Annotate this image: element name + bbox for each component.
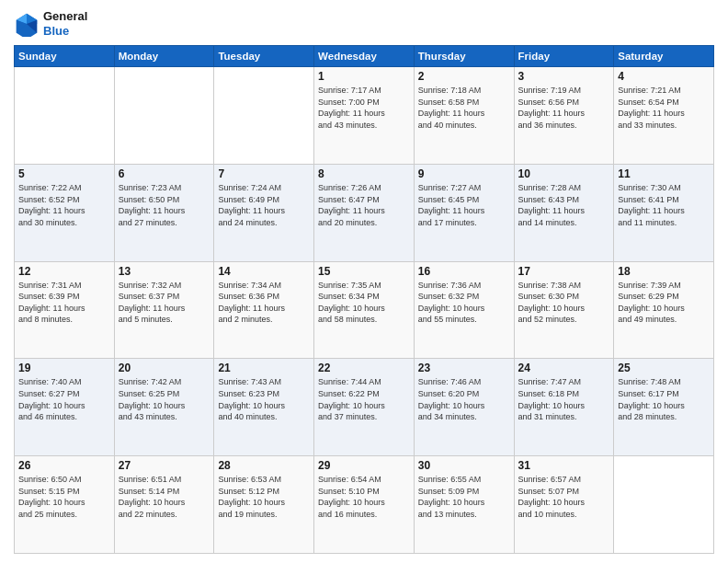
day-number: 23 bbox=[418, 362, 510, 374]
day-info: Sunrise: 7:42 AM Sunset: 6:25 PM Dayligh… bbox=[119, 376, 210, 422]
day-info: Sunrise: 7:30 AM Sunset: 6:41 PM Dayligh… bbox=[618, 182, 710, 228]
weekday-header-row: SundayMondayTuesdayWednesdayThursdayFrid… bbox=[15, 46, 714, 67]
day-info: Sunrise: 7:43 AM Sunset: 6:23 PM Dayligh… bbox=[218, 376, 310, 422]
day-number: 28 bbox=[218, 459, 310, 472]
day-info: Sunrise: 7:27 AM Sunset: 6:45 PM Dayligh… bbox=[418, 182, 510, 228]
calendar-day-cell: 2Sunrise: 7:18 AM Sunset: 6:58 PM Daylig… bbox=[414, 67, 514, 165]
day-number: 19 bbox=[18, 362, 110, 374]
day-info: Sunrise: 7:39 AM Sunset: 6:29 PM Dayligh… bbox=[618, 280, 710, 326]
weekday-header-cell: Tuesday bbox=[214, 46, 314, 67]
weekday-header-cell: Monday bbox=[114, 46, 214, 67]
day-info: Sunrise: 7:36 AM Sunset: 6:32 PM Dayligh… bbox=[418, 280, 510, 326]
calendar-day-cell: 9Sunrise: 7:27 AM Sunset: 6:45 PM Daylig… bbox=[414, 164, 514, 261]
calendar-day-cell bbox=[614, 456, 714, 554]
calendar-week-row: 26Sunrise: 6:50 AM Sunset: 5:15 PM Dayli… bbox=[15, 456, 714, 554]
calendar-day-cell: 25Sunrise: 7:48 AM Sunset: 6:17 PM Dayli… bbox=[614, 359, 714, 456]
calendar-day-cell: 20Sunrise: 7:42 AM Sunset: 6:25 PM Dayli… bbox=[114, 359, 214, 456]
day-info: Sunrise: 6:53 AM Sunset: 5:12 PM Dayligh… bbox=[218, 474, 310, 520]
day-info: Sunrise: 7:48 AM Sunset: 6:17 PM Dayligh… bbox=[618, 376, 710, 422]
calendar-day-cell: 27Sunrise: 6:51 AM Sunset: 5:14 PM Dayli… bbox=[114, 456, 214, 554]
calendar-day-cell: 29Sunrise: 6:54 AM Sunset: 5:10 PM Dayli… bbox=[314, 456, 415, 554]
day-info: Sunrise: 6:57 AM Sunset: 5:07 PM Dayligh… bbox=[518, 474, 610, 520]
day-info: Sunrise: 7:18 AM Sunset: 6:58 PM Dayligh… bbox=[418, 85, 510, 131]
day-info: Sunrise: 7:31 AM Sunset: 6:39 PM Dayligh… bbox=[18, 280, 110, 326]
day-number: 3 bbox=[518, 70, 610, 83]
day-number: 31 bbox=[518, 459, 610, 472]
calendar-day-cell: 26Sunrise: 6:50 AM Sunset: 5:15 PM Dayli… bbox=[15, 456, 115, 554]
calendar-day-cell: 6Sunrise: 7:23 AM Sunset: 6:50 PM Daylig… bbox=[114, 164, 214, 261]
day-info: Sunrise: 6:50 AM Sunset: 5:15 PM Dayligh… bbox=[18, 474, 110, 520]
calendar-day-cell: 22Sunrise: 7:44 AM Sunset: 6:22 PM Dayli… bbox=[314, 359, 415, 456]
calendar-day-cell bbox=[214, 67, 314, 165]
day-number: 8 bbox=[318, 167, 410, 180]
calendar-day-cell: 18Sunrise: 7:39 AM Sunset: 6:29 PM Dayli… bbox=[614, 261, 714, 359]
calendar-day-cell: 19Sunrise: 7:40 AM Sunset: 6:27 PM Dayli… bbox=[15, 359, 115, 456]
day-info: Sunrise: 7:23 AM Sunset: 6:50 PM Dayligh… bbox=[119, 182, 210, 228]
day-info: Sunrise: 6:55 AM Sunset: 5:09 PM Dayligh… bbox=[418, 474, 510, 520]
weekday-header-cell: Saturday bbox=[614, 46, 714, 67]
day-number: 2 bbox=[418, 70, 510, 83]
weekday-header-cell: Friday bbox=[514, 46, 614, 67]
weekday-header-cell: Thursday bbox=[414, 46, 514, 67]
logo-icon bbox=[14, 11, 40, 37]
calendar-day-cell: 28Sunrise: 6:53 AM Sunset: 5:12 PM Dayli… bbox=[214, 456, 314, 554]
day-info: Sunrise: 7:34 AM Sunset: 6:36 PM Dayligh… bbox=[218, 280, 310, 326]
calendar-week-row: 12Sunrise: 7:31 AM Sunset: 6:39 PM Dayli… bbox=[15, 261, 714, 359]
day-number: 30 bbox=[418, 459, 510, 472]
day-info: Sunrise: 7:21 AM Sunset: 6:54 PM Dayligh… bbox=[618, 85, 710, 131]
calendar-day-cell: 17Sunrise: 7:38 AM Sunset: 6:30 PM Dayli… bbox=[514, 261, 614, 359]
day-number: 25 bbox=[618, 362, 710, 374]
calendar-day-cell: 5Sunrise: 7:22 AM Sunset: 6:52 PM Daylig… bbox=[15, 164, 115, 261]
page: General Blue SundayMondayTuesdayWednesda… bbox=[0, 0, 728, 563]
day-number: 26 bbox=[18, 459, 110, 472]
day-info: Sunrise: 7:17 AM Sunset: 7:00 PM Dayligh… bbox=[318, 85, 410, 131]
day-number: 24 bbox=[518, 362, 610, 374]
weekday-header-cell: Sunday bbox=[15, 46, 115, 67]
day-number: 4 bbox=[618, 70, 710, 83]
calendar-week-row: 1Sunrise: 7:17 AM Sunset: 7:00 PM Daylig… bbox=[15, 67, 714, 165]
calendar-day-cell: 1Sunrise: 7:17 AM Sunset: 7:00 PM Daylig… bbox=[314, 67, 415, 165]
calendar-week-row: 19Sunrise: 7:40 AM Sunset: 6:27 PM Dayli… bbox=[15, 359, 714, 456]
day-number: 21 bbox=[218, 362, 310, 374]
calendar-day-cell: 16Sunrise: 7:36 AM Sunset: 6:32 PM Dayli… bbox=[414, 261, 514, 359]
day-number: 20 bbox=[119, 362, 210, 374]
day-number: 6 bbox=[119, 167, 210, 180]
calendar-day-cell: 13Sunrise: 7:32 AM Sunset: 6:37 PM Dayli… bbox=[114, 261, 214, 359]
calendar-day-cell: 8Sunrise: 7:26 AM Sunset: 6:47 PM Daylig… bbox=[314, 164, 415, 261]
calendar-day-cell: 24Sunrise: 7:47 AM Sunset: 6:18 PM Dayli… bbox=[514, 359, 614, 456]
day-info: Sunrise: 7:40 AM Sunset: 6:27 PM Dayligh… bbox=[18, 376, 110, 422]
calendar-day-cell: 10Sunrise: 7:28 AM Sunset: 6:43 PM Dayli… bbox=[514, 164, 614, 261]
day-info: Sunrise: 6:51 AM Sunset: 5:14 PM Dayligh… bbox=[119, 474, 210, 520]
day-info: Sunrise: 7:19 AM Sunset: 6:56 PM Dayligh… bbox=[518, 85, 610, 131]
calendar-day-cell: 3Sunrise: 7:19 AM Sunset: 6:56 PM Daylig… bbox=[514, 67, 614, 165]
calendar-day-cell bbox=[114, 67, 214, 165]
day-number: 17 bbox=[518, 265, 610, 278]
day-info: Sunrise: 7:35 AM Sunset: 6:34 PM Dayligh… bbox=[318, 280, 410, 326]
day-info: Sunrise: 7:44 AM Sunset: 6:22 PM Dayligh… bbox=[318, 376, 410, 422]
day-number: 22 bbox=[318, 362, 410, 374]
day-number: 15 bbox=[318, 265, 410, 278]
day-number: 29 bbox=[318, 459, 410, 472]
day-info: Sunrise: 7:28 AM Sunset: 6:43 PM Dayligh… bbox=[518, 182, 610, 228]
day-number: 10 bbox=[518, 167, 610, 180]
calendar-day-cell: 21Sunrise: 7:43 AM Sunset: 6:23 PM Dayli… bbox=[214, 359, 314, 456]
calendar-day-cell: 11Sunrise: 7:30 AM Sunset: 6:41 PM Dayli… bbox=[614, 164, 714, 261]
day-number: 27 bbox=[119, 459, 210, 472]
calendar-day-cell: 7Sunrise: 7:24 AM Sunset: 6:49 PM Daylig… bbox=[214, 164, 314, 261]
day-number: 9 bbox=[418, 167, 510, 180]
calendar-table: SundayMondayTuesdayWednesdayThursdayFrid… bbox=[14, 45, 714, 554]
day-number: 5 bbox=[18, 167, 110, 180]
day-info: Sunrise: 6:54 AM Sunset: 5:10 PM Dayligh… bbox=[318, 474, 410, 520]
calendar-day-cell: 31Sunrise: 6:57 AM Sunset: 5:07 PM Dayli… bbox=[514, 456, 614, 554]
day-info: Sunrise: 7:24 AM Sunset: 6:49 PM Dayligh… bbox=[218, 182, 310, 228]
day-info: Sunrise: 7:46 AM Sunset: 6:20 PM Dayligh… bbox=[418, 376, 510, 422]
day-info: Sunrise: 7:32 AM Sunset: 6:37 PM Dayligh… bbox=[119, 280, 210, 326]
day-number: 16 bbox=[418, 265, 510, 278]
day-number: 1 bbox=[318, 70, 410, 83]
calendar-week-row: 5Sunrise: 7:22 AM Sunset: 6:52 PM Daylig… bbox=[15, 164, 714, 261]
calendar-day-cell: 14Sunrise: 7:34 AM Sunset: 6:36 PM Dayli… bbox=[214, 261, 314, 359]
day-number: 14 bbox=[218, 265, 310, 278]
calendar-day-cell: 4Sunrise: 7:21 AM Sunset: 6:54 PM Daylig… bbox=[614, 67, 714, 165]
calendar-day-cell: 23Sunrise: 7:46 AM Sunset: 6:20 PM Dayli… bbox=[414, 359, 514, 456]
day-number: 13 bbox=[119, 265, 210, 278]
